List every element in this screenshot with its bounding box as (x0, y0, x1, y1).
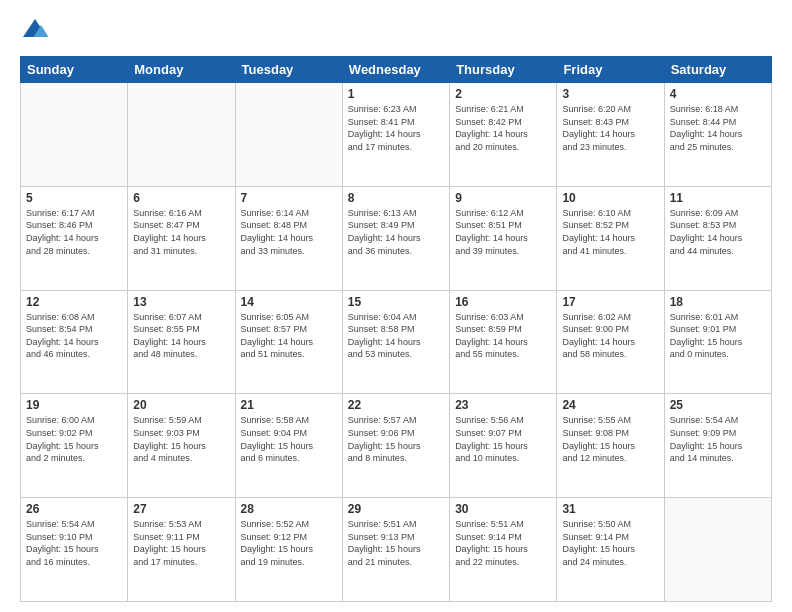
day-info: Sunrise: 6:04 AM Sunset: 8:58 PM Dayligh… (348, 311, 444, 361)
calendar-cell: 1Sunrise: 6:23 AM Sunset: 8:41 PM Daylig… (342, 83, 449, 187)
calendar-cell: 29Sunrise: 5:51 AM Sunset: 9:13 PM Dayli… (342, 498, 449, 602)
day-number: 8 (348, 191, 444, 205)
weekday-header-thursday: Thursday (450, 57, 557, 83)
day-number: 6 (133, 191, 229, 205)
day-info: Sunrise: 6:17 AM Sunset: 8:46 PM Dayligh… (26, 207, 122, 257)
day-info: Sunrise: 5:56 AM Sunset: 9:07 PM Dayligh… (455, 414, 551, 464)
day-number: 28 (241, 502, 337, 516)
calendar-cell: 4Sunrise: 6:18 AM Sunset: 8:44 PM Daylig… (664, 83, 771, 187)
page-header (20, 16, 772, 46)
day-number: 26 (26, 502, 122, 516)
calendar-cell: 27Sunrise: 5:53 AM Sunset: 9:11 PM Dayli… (128, 498, 235, 602)
day-number: 25 (670, 398, 766, 412)
day-number: 29 (348, 502, 444, 516)
logo-icon (20, 16, 50, 46)
weekday-header-sunday: Sunday (21, 57, 128, 83)
day-info: Sunrise: 5:58 AM Sunset: 9:04 PM Dayligh… (241, 414, 337, 464)
day-info: Sunrise: 6:14 AM Sunset: 8:48 PM Dayligh… (241, 207, 337, 257)
day-number: 22 (348, 398, 444, 412)
calendar-cell: 21Sunrise: 5:58 AM Sunset: 9:04 PM Dayli… (235, 394, 342, 498)
weekday-header-monday: Monday (128, 57, 235, 83)
calendar-cell: 15Sunrise: 6:04 AM Sunset: 8:58 PM Dayli… (342, 290, 449, 394)
calendar-table: SundayMondayTuesdayWednesdayThursdayFrid… (20, 56, 772, 602)
logo (20, 16, 54, 46)
day-info: Sunrise: 5:59 AM Sunset: 9:03 PM Dayligh… (133, 414, 229, 464)
calendar-cell (128, 83, 235, 187)
calendar-cell: 31Sunrise: 5:50 AM Sunset: 9:14 PM Dayli… (557, 498, 664, 602)
calendar-cell: 6Sunrise: 6:16 AM Sunset: 8:47 PM Daylig… (128, 186, 235, 290)
day-number: 21 (241, 398, 337, 412)
day-info: Sunrise: 6:01 AM Sunset: 9:01 PM Dayligh… (670, 311, 766, 361)
weekday-header-wednesday: Wednesday (342, 57, 449, 83)
calendar-cell: 14Sunrise: 6:05 AM Sunset: 8:57 PM Dayli… (235, 290, 342, 394)
day-info: Sunrise: 6:03 AM Sunset: 8:59 PM Dayligh… (455, 311, 551, 361)
calendar-cell: 25Sunrise: 5:54 AM Sunset: 9:09 PM Dayli… (664, 394, 771, 498)
calendar-cell: 28Sunrise: 5:52 AM Sunset: 9:12 PM Dayli… (235, 498, 342, 602)
day-number: 5 (26, 191, 122, 205)
day-info: Sunrise: 5:53 AM Sunset: 9:11 PM Dayligh… (133, 518, 229, 568)
day-info: Sunrise: 6:07 AM Sunset: 8:55 PM Dayligh… (133, 311, 229, 361)
day-info: Sunrise: 6:21 AM Sunset: 8:42 PM Dayligh… (455, 103, 551, 153)
calendar-cell (21, 83, 128, 187)
day-info: Sunrise: 5:52 AM Sunset: 9:12 PM Dayligh… (241, 518, 337, 568)
day-number: 16 (455, 295, 551, 309)
day-info: Sunrise: 6:05 AM Sunset: 8:57 PM Dayligh… (241, 311, 337, 361)
calendar-cell: 23Sunrise: 5:56 AM Sunset: 9:07 PM Dayli… (450, 394, 557, 498)
day-info: Sunrise: 6:12 AM Sunset: 8:51 PM Dayligh… (455, 207, 551, 257)
weekday-header-tuesday: Tuesday (235, 57, 342, 83)
day-info: Sunrise: 6:20 AM Sunset: 8:43 PM Dayligh… (562, 103, 658, 153)
day-info: Sunrise: 6:10 AM Sunset: 8:52 PM Dayligh… (562, 207, 658, 257)
day-info: Sunrise: 5:54 AM Sunset: 9:10 PM Dayligh… (26, 518, 122, 568)
calendar-cell: 8Sunrise: 6:13 AM Sunset: 8:49 PM Daylig… (342, 186, 449, 290)
day-info: Sunrise: 6:16 AM Sunset: 8:47 PM Dayligh… (133, 207, 229, 257)
calendar-cell: 16Sunrise: 6:03 AM Sunset: 8:59 PM Dayli… (450, 290, 557, 394)
day-number: 24 (562, 398, 658, 412)
calendar-cell: 17Sunrise: 6:02 AM Sunset: 9:00 PM Dayli… (557, 290, 664, 394)
day-number: 9 (455, 191, 551, 205)
calendar-week-3: 12Sunrise: 6:08 AM Sunset: 8:54 PM Dayli… (21, 290, 772, 394)
day-number: 31 (562, 502, 658, 516)
weekday-header-saturday: Saturday (664, 57, 771, 83)
day-info: Sunrise: 6:13 AM Sunset: 8:49 PM Dayligh… (348, 207, 444, 257)
day-number: 13 (133, 295, 229, 309)
day-info: Sunrise: 6:09 AM Sunset: 8:53 PM Dayligh… (670, 207, 766, 257)
calendar-cell (664, 498, 771, 602)
calendar-cell: 12Sunrise: 6:08 AM Sunset: 8:54 PM Dayli… (21, 290, 128, 394)
day-number: 10 (562, 191, 658, 205)
day-number: 7 (241, 191, 337, 205)
weekday-header-row: SundayMondayTuesdayWednesdayThursdayFrid… (21, 57, 772, 83)
calendar-cell: 3Sunrise: 6:20 AM Sunset: 8:43 PM Daylig… (557, 83, 664, 187)
day-number: 27 (133, 502, 229, 516)
calendar-cell: 22Sunrise: 5:57 AM Sunset: 9:06 PM Dayli… (342, 394, 449, 498)
weekday-header-friday: Friday (557, 57, 664, 83)
day-info: Sunrise: 5:57 AM Sunset: 9:06 PM Dayligh… (348, 414, 444, 464)
day-number: 15 (348, 295, 444, 309)
calendar-cell: 18Sunrise: 6:01 AM Sunset: 9:01 PM Dayli… (664, 290, 771, 394)
calendar-cell: 19Sunrise: 6:00 AM Sunset: 9:02 PM Dayli… (21, 394, 128, 498)
day-number: 18 (670, 295, 766, 309)
day-number: 3 (562, 87, 658, 101)
day-number: 2 (455, 87, 551, 101)
calendar-cell: 20Sunrise: 5:59 AM Sunset: 9:03 PM Dayli… (128, 394, 235, 498)
calendar-week-4: 19Sunrise: 6:00 AM Sunset: 9:02 PM Dayli… (21, 394, 772, 498)
calendar-cell: 26Sunrise: 5:54 AM Sunset: 9:10 PM Dayli… (21, 498, 128, 602)
day-number: 20 (133, 398, 229, 412)
calendar-cell: 5Sunrise: 6:17 AM Sunset: 8:46 PM Daylig… (21, 186, 128, 290)
calendar-week-5: 26Sunrise: 5:54 AM Sunset: 9:10 PM Dayli… (21, 498, 772, 602)
day-number: 12 (26, 295, 122, 309)
day-number: 17 (562, 295, 658, 309)
calendar-week-1: 1Sunrise: 6:23 AM Sunset: 8:41 PM Daylig… (21, 83, 772, 187)
day-info: Sunrise: 6:23 AM Sunset: 8:41 PM Dayligh… (348, 103, 444, 153)
day-info: Sunrise: 5:55 AM Sunset: 9:08 PM Dayligh… (562, 414, 658, 464)
day-info: Sunrise: 6:02 AM Sunset: 9:00 PM Dayligh… (562, 311, 658, 361)
day-info: Sunrise: 6:18 AM Sunset: 8:44 PM Dayligh… (670, 103, 766, 153)
day-number: 11 (670, 191, 766, 205)
day-info: Sunrise: 5:51 AM Sunset: 9:13 PM Dayligh… (348, 518, 444, 568)
day-info: Sunrise: 5:50 AM Sunset: 9:14 PM Dayligh… (562, 518, 658, 568)
calendar-cell: 24Sunrise: 5:55 AM Sunset: 9:08 PM Dayli… (557, 394, 664, 498)
day-number: 1 (348, 87, 444, 101)
day-number: 14 (241, 295, 337, 309)
day-info: Sunrise: 6:00 AM Sunset: 9:02 PM Dayligh… (26, 414, 122, 464)
day-number: 30 (455, 502, 551, 516)
day-number: 4 (670, 87, 766, 101)
